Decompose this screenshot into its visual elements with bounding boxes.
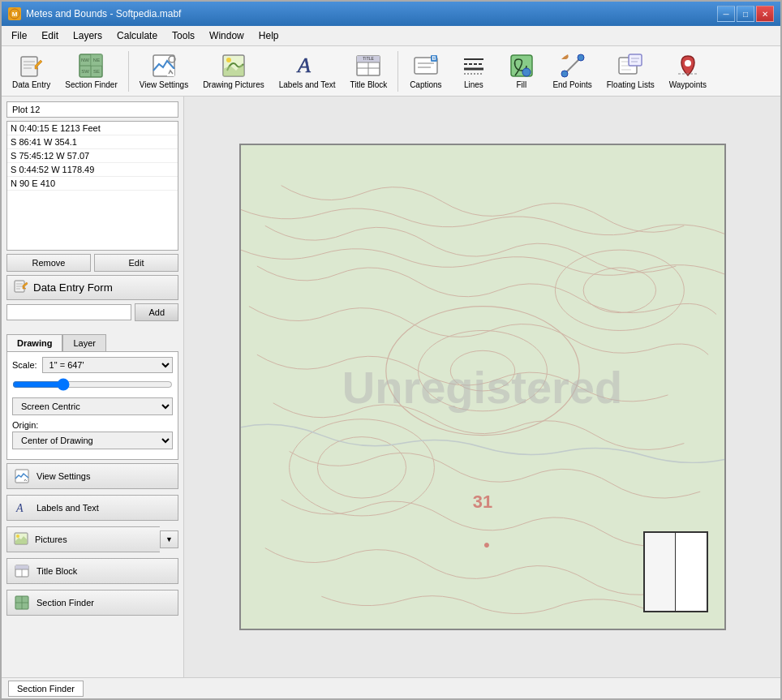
menu-file[interactable]: File (5, 28, 33, 44)
svg-point-36 (522, 68, 531, 76)
toolbar-captions[interactable]: B Captions (403, 49, 448, 92)
origin-dropdown-row: Center of Drawing (12, 432, 173, 449)
data-entry-form-icon (14, 279, 28, 296)
toolbar-separator-1 (128, 51, 129, 92)
mini-map-right (676, 533, 707, 611)
svg-point-68 (317, 437, 406, 498)
tab-content: Scale: 1" = 647' Screen Centric (6, 351, 178, 460)
title-block-action-btn[interactable]: Title Block (6, 558, 178, 584)
toolbar-end-points[interactable]: End Points (547, 49, 597, 92)
pictures-action-btn[interactable]: Pictures (6, 526, 160, 552)
end-points-icon (560, 53, 586, 79)
scale-row: Scale: 1" = 647' (12, 357, 173, 373)
labels-text-action-label: Labels and Text (37, 503, 99, 513)
toolbar-separator-2 (397, 51, 398, 92)
menu-layers[interactable]: Layers (67, 28, 109, 44)
edit-button[interactable]: Edit (94, 254, 178, 272)
section-finder-action-label: Section Finder (37, 598, 94, 608)
menu-window[interactable]: Window (203, 28, 251, 44)
svg-point-64 (385, 307, 578, 436)
plot-dropdown[interactable]: Plot 12 (6, 101, 178, 118)
map-canvas[interactable]: 31 ● Unregistered (239, 144, 726, 630)
list-item[interactable]: N 90 E 410 (7, 177, 178, 191)
toolbar-floating-lists[interactable]: Floating Lists (601, 49, 660, 92)
captions-toolbar-label: Captions (410, 80, 441, 89)
title-block-icon: TITLE (355, 53, 381, 79)
screen-centric-row: Screen Centric (12, 397, 173, 415)
list-item[interactable]: N 0:40:15 E 1213 Feet (7, 122, 178, 135)
labels-text-icon: A (294, 53, 320, 79)
svg-text:NE: NE (93, 58, 100, 62)
data-entry-form-button[interactable]: Data Entry Form (6, 275, 178, 300)
toolbar-view-settings[interactable]: View Settings (134, 49, 194, 92)
menubar: File Edit Layers Calculate Tools Window … (2, 26, 780, 46)
toolbar-drawing-pictures[interactable]: Drawing Pictures (197, 49, 270, 92)
pictures-arrow-button[interactable]: ▼ (160, 530, 178, 548)
tab-layer[interactable]: Layer (62, 334, 106, 351)
bearing-input-row: Add (6, 303, 178, 321)
tabs-area: Drawing Layer (6, 334, 178, 351)
labels-text-action-btn[interactable]: A Labels and Text (6, 495, 178, 521)
toolbar-lines[interactable]: Lines (451, 49, 496, 92)
view-settings-action-btn[interactable]: View Settings (6, 463, 178, 489)
pictures-btn-icon (14, 531, 28, 548)
title-block-action-label: Title Block (37, 566, 77, 576)
svg-point-37 (561, 71, 568, 77)
lines-icon (461, 53, 487, 79)
svg-rect-43 (629, 54, 642, 66)
floating-lists-toolbar-label: Floating Lists (607, 80, 655, 89)
maximize-button[interactable]: □ (737, 6, 754, 22)
lines-toolbar-label: Lines (464, 80, 483, 89)
toolbar-waypoints[interactable]: Waypoints (664, 49, 712, 92)
toolbar-section-finder[interactable]: NW NE SW SE Section Finder (59, 49, 122, 92)
mini-map-overlay (643, 531, 708, 612)
menu-help[interactable]: Help (252, 28, 286, 44)
view-settings-action-label: View Settings (37, 471, 90, 481)
menu-tools[interactable]: Tools (165, 28, 201, 44)
labels-text-toolbar-label: Labels and Text (279, 80, 336, 89)
list-item[interactable]: S 75:45:12 W 57.07 (7, 149, 178, 163)
scale-slider[interactable] (12, 378, 173, 391)
origin-dropdown[interactable]: Center of Drawing (12, 432, 173, 449)
svg-rect-15 (167, 69, 174, 76)
section-finder-icon: NW NE SW SE (78, 53, 104, 79)
captions-icon: B (413, 53, 439, 79)
toolbar-fill[interactable]: Fill (499, 49, 544, 92)
menu-edit[interactable]: Edit (35, 28, 65, 44)
tab-drawing[interactable]: Drawing (6, 334, 62, 351)
svg-text:A: A (15, 502, 24, 514)
toolbar-data-entry[interactable]: Data Entry (6, 49, 56, 92)
svg-point-67 (289, 419, 434, 516)
plot-select-row: Plot 12 (6, 101, 178, 118)
remove-button[interactable]: Remove (6, 254, 91, 272)
main-content: Plot 12 N 0:40:15 E 1213 Feet S 86:41 W … (2, 97, 780, 677)
scale-select[interactable]: 1" = 647' (42, 357, 173, 373)
close-button[interactable]: ✕ (756, 6, 774, 22)
add-button[interactable]: Add (135, 303, 178, 321)
main-window: M Metes and Bounds - Softpedia.mabf ─ □ … (0, 0, 782, 700)
status-section-finder[interactable]: Section Finder (8, 681, 84, 697)
floating-lists-icon (617, 53, 643, 79)
toolbar-title-block[interactable]: TITLE Title Block (345, 49, 393, 92)
list-item[interactable]: S 86:41 W 354.1 (7, 135, 178, 149)
menu-calculate[interactable]: Calculate (110, 28, 164, 44)
section-finder-btn-icon (14, 595, 30, 611)
list-item[interactable]: S 0:44:52 W 1178.49 (7, 163, 178, 177)
data-list[interactable]: N 0:40:15 E 1213 Feet S 86:41 W 354.1 S … (6, 121, 178, 251)
screen-centric-dropdown[interactable]: Screen Centric (12, 397, 173, 415)
toolbar-labels-text[interactable]: A Labels and Text (273, 49, 342, 92)
svg-text:NW: NW (81, 58, 89, 62)
waypoints-toolbar-label: Waypoints (669, 80, 707, 89)
section-finder-toolbar-label: Section Finder (65, 80, 117, 89)
title-block-btn-icon (14, 563, 30, 579)
fill-toolbar-label: Fill (516, 80, 526, 89)
bearing-input[interactable] (6, 304, 131, 320)
section-finder-action-btn[interactable]: Section Finder (6, 590, 178, 616)
pictures-action-label: Pictures (35, 535, 67, 544)
view-settings-icon (151, 53, 177, 79)
svg-text:A: A (296, 54, 311, 77)
title-bar-left: M Metes and Bounds - Softpedia.mabf (8, 7, 181, 20)
mini-map-left (645, 533, 677, 611)
minimize-button[interactable]: ─ (717, 6, 735, 22)
scale-label: Scale: (12, 360, 37, 370)
